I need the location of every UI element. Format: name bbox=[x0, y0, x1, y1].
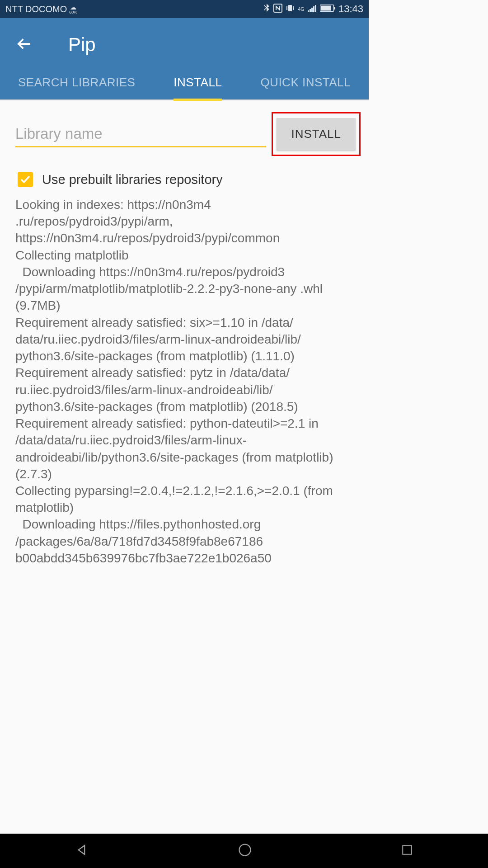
tabs-container: SEARCH LIBRARIES INSTALL QUICK INSTALL bbox=[0, 75, 369, 101]
back-arrow-icon[interactable] bbox=[16, 36, 32, 54]
weather-percent: 60% bbox=[69, 10, 77, 14]
svg-rect-7 bbox=[313, 6, 314, 12]
status-bar: NTT DOCOMO ☁ 60% 4G 13:43 bbox=[0, 0, 369, 18]
svg-rect-5 bbox=[310, 9, 311, 12]
status-right: 4G 13:43 bbox=[263, 3, 363, 15]
svg-rect-2 bbox=[286, 6, 287, 10]
tab-search-libraries[interactable]: SEARCH LIBRARIES bbox=[18, 75, 135, 101]
install-button-highlight: INSTALL bbox=[272, 112, 361, 156]
checkbox-row: Use prebuilt libraries repository bbox=[15, 172, 353, 187]
signal-icon bbox=[308, 4, 317, 14]
vibrate-icon bbox=[286, 4, 295, 15]
svg-rect-1 bbox=[288, 5, 292, 11]
signal-type: 4G bbox=[298, 7, 305, 12]
install-log-output: Looking in indexes: https://n0n3m4 .ru/r… bbox=[15, 196, 353, 566]
svg-rect-6 bbox=[311, 8, 313, 12]
svg-rect-8 bbox=[315, 5, 316, 12]
tab-install[interactable]: INSTALL bbox=[174, 75, 222, 101]
install-button[interactable]: INSTALL bbox=[277, 118, 356, 150]
page-title: Pip bbox=[68, 34, 96, 56]
content-area: INSTALL Use prebuilt libraries repositor… bbox=[0, 100, 369, 566]
carrier-label: NTT DOCOMO bbox=[5, 4, 67, 14]
app-bar-top: Pip bbox=[0, 34, 369, 56]
input-row: INSTALL bbox=[15, 113, 353, 156]
nfc-icon bbox=[273, 4, 282, 15]
svg-rect-3 bbox=[293, 6, 294, 10]
prebuilt-repo-label: Use prebuilt libraries repository bbox=[42, 172, 223, 187]
bluetooth-icon bbox=[263, 4, 270, 15]
svg-rect-10 bbox=[321, 5, 331, 10]
weather-icon: ☁ 60% bbox=[69, 4, 77, 14]
tab-quick-install[interactable]: QUICK INSTALL bbox=[260, 75, 351, 101]
svg-rect-4 bbox=[308, 10, 309, 12]
status-left: NTT DOCOMO ☁ 60% bbox=[5, 4, 77, 14]
svg-rect-11 bbox=[334, 7, 335, 9]
battery-icon bbox=[320, 5, 335, 14]
library-name-input[interactable] bbox=[15, 122, 266, 147]
prebuilt-repo-checkbox[interactable] bbox=[18, 172, 33, 187]
status-time: 13:43 bbox=[338, 3, 363, 15]
app-bar: Pip SEARCH LIBRARIES INSTALL QUICK INSTA… bbox=[0, 18, 369, 99]
